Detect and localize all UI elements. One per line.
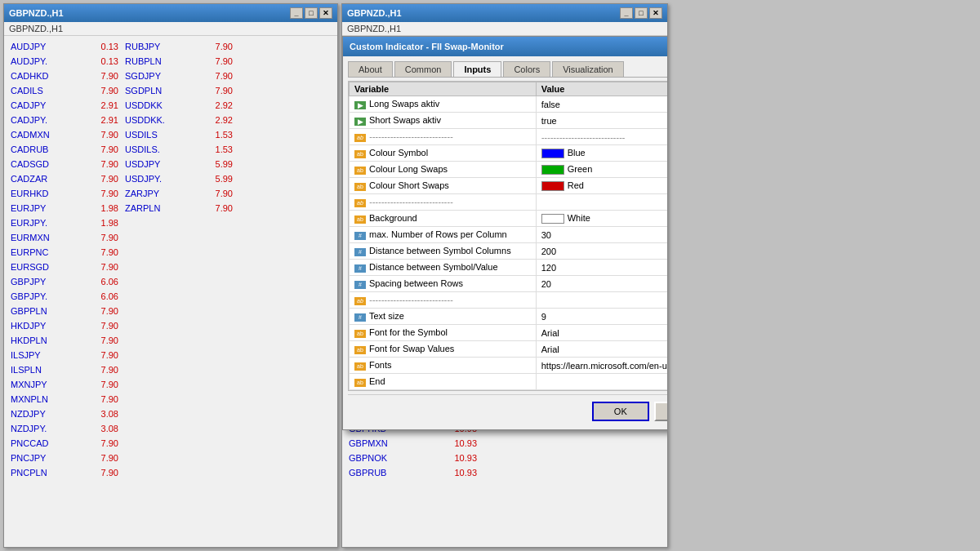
- list-item: SGDJPY: [122, 69, 195, 83]
- middle-window-controls[interactable]: _ □ ✕: [620, 7, 662, 19]
- tab-about[interactable]: About: [348, 61, 393, 77]
- list-item: USDDKK.: [122, 113, 195, 127]
- list-item: [122, 333, 195, 348]
- table-row[interactable]: abColour Long SwapsGreen: [350, 162, 668, 178]
- list-item: 2.92: [195, 98, 236, 113]
- list-item: GBPMXN: [345, 436, 435, 451]
- arrow-icon: ▶: [354, 118, 366, 126]
- value-text: false: [541, 100, 560, 109]
- value-cell: true: [536, 113, 667, 129]
- list-item: [122, 451, 195, 465]
- color-swatch: [541, 149, 564, 158]
- table-row[interactable]: abFontshttps://learn.microsoft.com/en-us…: [350, 358, 668, 374]
- list-item: EURPNC: [7, 245, 81, 260]
- value-text: 200: [541, 247, 556, 256]
- list-item: 1.98: [81, 201, 122, 216]
- tab-bar: AboutCommonInputsColorsVisualization: [348, 61, 667, 78]
- tab-common[interactable]: Common: [394, 61, 452, 77]
- list-item: [122, 230, 195, 245]
- list-item: CADJPY.: [7, 113, 81, 127]
- list-item: 2.91: [81, 113, 122, 127]
- list-item: [195, 362, 236, 377]
- table-row[interactable]: abBackgroundWhite: [350, 211, 668, 227]
- variable-label: Distance between Symbol Columns: [369, 246, 511, 256]
- table-row[interactable]: #Distance between Symbol Columns200: [350, 243, 668, 260]
- table-row[interactable]: ▶Long Swaps aktivfalse: [350, 96, 668, 113]
- dialog-titlebar[interactable]: Custom Indicator - FII Swap-Monitor ? ✕: [343, 37, 667, 56]
- list-item: NZDJPY.: [7, 421, 81, 436]
- list-item: 7.90: [195, 69, 236, 83]
- list-item: 10.93: [435, 436, 480, 451]
- table-row[interactable]: ab----------------------------: [350, 194, 668, 211]
- left-minimize-btn[interactable]: _: [290, 7, 303, 19]
- left-close-btn[interactable]: ✕: [319, 7, 332, 19]
- left-subtitle: GBPNZD.,H1: [4, 22, 337, 36]
- table-row[interactable]: ab----------------------------: [350, 292, 668, 309]
- tab-visualization[interactable]: Visualization: [552, 61, 624, 77]
- middle-titlebar[interactable]: GBPNZD.,H1 _ □ ✕: [342, 4, 667, 22]
- table-row[interactable]: #Text size9: [350, 309, 668, 325]
- list-item: 7.90: [195, 201, 236, 216]
- ab-icon: ab: [354, 199, 366, 207]
- list-item: CADILS: [7, 83, 81, 98]
- list-item: NZDJPY: [7, 407, 81, 421]
- list-item: [195, 392, 236, 407]
- left-content: AUDJPY0.13RUBJPY7.90AUDJPY.0.13RUBPLN7.9…: [4, 36, 337, 547]
- list-item: 7.90: [195, 186, 236, 201]
- tab-inputs[interactable]: Inputs: [453, 61, 501, 77]
- list-item: [122, 392, 195, 407]
- list-item: CADZAR: [7, 171, 81, 186]
- list-item: CADMXN: [7, 127, 81, 142]
- middle-minimize-btn[interactable]: _: [620, 7, 633, 19]
- variable-label: Short Swaps aktiv: [369, 115, 441, 125]
- list-item: [195, 304, 236, 318]
- value-text: Green: [568, 164, 593, 174]
- table-row[interactable]: abFont for Swap ValuesArial: [350, 341, 668, 358]
- list-item: 3.08: [81, 407, 122, 421]
- variable-label: Colour Short Swaps: [369, 180, 449, 190]
- list-item: [195, 451, 236, 465]
- abbrechen-button[interactable]: Abbrechen: [654, 402, 667, 421]
- value-text: Arial: [541, 344, 559, 354]
- left-titlebar[interactable]: GBPNZD.,H1 _ □ ✕: [4, 4, 337, 22]
- list-item: 1.53: [195, 142, 236, 157]
- table-row[interactable]: ab--------------------------------------…: [350, 129, 668, 145]
- value-cell: 9: [536, 309, 667, 325]
- middle-maximize-btn[interactable]: □: [635, 7, 648, 19]
- list-item: 1.53: [195, 127, 236, 142]
- middle-close-btn[interactable]: ✕: [649, 7, 662, 19]
- table-row[interactable]: abEnd: [350, 374, 668, 390]
- left-window-controls[interactable]: _ □ ✕: [290, 7, 332, 19]
- list-item: 7.90: [81, 436, 122, 451]
- list-item: 7.90: [81, 245, 122, 260]
- list-item: PNCPLN: [7, 465, 81, 480]
- ok-button[interactable]: OK: [592, 402, 649, 421]
- table-row[interactable]: abColour Short SwapsRed: [350, 178, 668, 194]
- list-item: [562, 436, 607, 451]
- table-row[interactable]: #max. Number of Rows per Column30: [350, 227, 668, 243]
- variable-label: End: [369, 376, 385, 386]
- list-item: [195, 245, 236, 260]
- table-row[interactable]: abFont for the SymbolArial: [350, 325, 668, 341]
- value-cell: [536, 292, 667, 309]
- tab-colors[interactable]: Colors: [503, 61, 550, 77]
- list-item: RUBJPY: [122, 39, 195, 54]
- value-cell: Arial: [536, 325, 667, 341]
- list-item: 10.93: [435, 451, 480, 465]
- middle-subtitle: GBPNZD.,H1: [342, 22, 667, 36]
- hash-icon: #: [354, 281, 366, 289]
- ab-icon: ab: [354, 330, 366, 338]
- table-row[interactable]: ▶Short Swaps aktivtrue: [350, 113, 668, 129]
- list-item: GBPNOK: [345, 451, 435, 465]
- table-row[interactable]: abColour SymbolBlue: [350, 145, 668, 162]
- table-row[interactable]: #Spacing between Rows20: [350, 276, 668, 292]
- variable-label: max. Number of Rows per Column: [369, 229, 507, 239]
- list-item: 6.06: [81, 289, 122, 304]
- list-item: PNCCAD: [7, 436, 81, 451]
- color-swatch: [541, 214, 564, 224]
- variable-label: Text size: [369, 311, 404, 321]
- table-row[interactable]: #Distance between Symbol/Value120: [350, 260, 668, 276]
- left-maximize-btn[interactable]: □: [305, 7, 318, 19]
- list-item: [122, 362, 195, 377]
- list-item: USDJPY.: [122, 171, 195, 186]
